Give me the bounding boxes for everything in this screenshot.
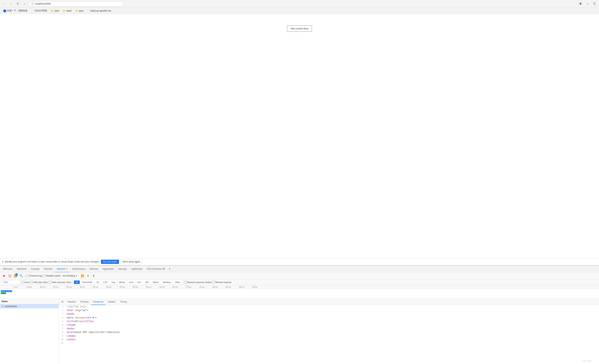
- filter-sep2: [183, 280, 183, 284]
- filter-media[interactable]: Media: [117, 281, 127, 284]
- error-icon: ✕: [1, 305, 4, 308]
- forward-button[interactable]: →: [8, 1, 14, 7]
- disable-cache-checkbox[interactable]: [43, 275, 45, 277]
- preserve-log-checkbox[interactable]: [26, 275, 28, 277]
- bookmark-backup-label: back-up specific ver...: [91, 9, 113, 12]
- hide-data-urls-label[interactable]: Hide data URLs: [30, 281, 48, 283]
- search-button[interactable]: 🔍: [18, 273, 24, 278]
- invert-label[interactable]: Invert: [21, 281, 30, 283]
- tab-network[interactable]: Network ✕: [55, 266, 70, 272]
- code-line: 8<pre>Cannot GET /api/current-time</pre>: [59, 330, 599, 334]
- tab-console[interactable]: Console: [29, 266, 42, 272]
- tab-response[interactable]: Response: [91, 299, 106, 305]
- address-bar[interactable]: ⓘ localhost:8081: [29, 1, 124, 7]
- disable-cache-label[interactable]: Disable cache: [43, 275, 60, 277]
- tab-css-overview[interactable]: CSS Overview ⚗: [145, 266, 167, 272]
- throttle-selector[interactable]: No throttling ▼: [63, 275, 78, 277]
- hide-data-urls-checkbox[interactable]: [30, 281, 33, 283]
- tab-performance[interactable]: Performance: [70, 266, 88, 272]
- separator-2: [62, 274, 62, 278]
- add-tab-button[interactable]: +: [167, 267, 172, 271]
- learn-icon: 📁: [63, 9, 66, 12]
- import-button[interactable]: ⬆: [86, 273, 90, 278]
- home-button[interactable]: ⌂: [22, 1, 27, 7]
- tab-timing[interactable]: Timing: [118, 299, 129, 305]
- filter-other[interactable]: Other: [173, 281, 182, 284]
- hao123-icon: 📄: [31, 9, 34, 12]
- tab-preview[interactable]: Preview: [78, 299, 91, 305]
- tab-lighthouse[interactable]: Lighthouse: [129, 266, 145, 272]
- bookmark-java[interactable]: 📁 java: [74, 9, 85, 13]
- throttle-dropdown-icon: ▼: [75, 275, 77, 277]
- ruler-mark: 55 ms: [146, 285, 151, 289]
- blocked-response-label[interactable]: Blocked response cookies: [185, 281, 212, 283]
- tab-application[interactable]: Application: [100, 266, 116, 272]
- bookmark-backup[interactable]: 📄 back-up specific ver...: [85, 9, 114, 13]
- invert-checkbox[interactable]: [21, 281, 24, 283]
- back-button[interactable]: ←: [1, 1, 7, 7]
- ruler-mark: 90 ms: [239, 285, 244, 289]
- ruler-mark: 45 ms: [120, 285, 125, 289]
- detail-close-button[interactable]: ✕: [60, 299, 65, 304]
- bookmark-work[interactable]: 📁 work: [49, 9, 61, 13]
- network-conditions-button[interactable]: 📶: [80, 273, 85, 278]
- backup-icon: 📄: [87, 9, 90, 12]
- code-line: 6</head>: [59, 323, 599, 327]
- export-button[interactable]: ⬇: [91, 273, 96, 278]
- tab-headers[interactable]: Headers: [65, 299, 78, 305]
- name-panel: Name ✕ current-time: [0, 299, 59, 364]
- blocked-requests-checkbox[interactable]: [212, 281, 215, 283]
- filter-ws[interactable]: WS: [144, 281, 150, 284]
- filter-img[interactable]: Img: [110, 281, 117, 284]
- split-view-button[interactable]: ☷: [591, 1, 598, 7]
- filter-manifest[interactable]: Manifest: [161, 281, 172, 284]
- notification-info-icon: ℹ: [2, 260, 3, 263]
- filter-badge-button[interactable]: 🔽 2: [13, 273, 18, 278]
- tab-initiator[interactable]: Initiator: [106, 299, 118, 305]
- filter-all[interactable]: All: [74, 281, 80, 284]
- bookmark-learn[interactable]: 📁 learn: [61, 9, 73, 13]
- disable-cache-text: Disable cache: [46, 275, 60, 277]
- css-overview-icon: ⚗: [162, 268, 165, 270]
- ruler-mark: 25 ms: [66, 285, 71, 289]
- filter-js[interactable]: JS: [95, 281, 101, 284]
- filter-fetch[interactable]: Fetch/XHR: [80, 281, 94, 284]
- table-row[interactable]: ✕ current-time: [0, 304, 59, 308]
- tab-welcome[interactable]: Welcome: [1, 266, 15, 272]
- response-content[interactable]: 1<!DOCTYPE html>2<html lang="en">3<head>…: [59, 305, 599, 364]
- bookmark-java-label: java: [79, 9, 83, 12]
- blocked-requests-label[interactable]: Blocked requests: [212, 281, 231, 283]
- clear-button[interactable]: 🚫: [7, 273, 12, 278]
- invert-text: Invert: [24, 281, 30, 283]
- separator-3: [79, 274, 79, 278]
- filter-doc[interactable]: Doc: [136, 281, 143, 284]
- filter-input[interactable]: [1, 280, 20, 284]
- get-current-time-button[interactable]: Get current time: [287, 26, 312, 32]
- blocked-response-checkbox[interactable]: [185, 281, 187, 283]
- record-button[interactable]: ⏺: [1, 273, 7, 278]
- set-root-folder-button[interactable]: Set root folder: [101, 260, 119, 264]
- filter-wasm[interactable]: Wasm: [151, 281, 160, 284]
- dont-show-again-button[interactable]: Don't show again: [121, 260, 142, 264]
- hide-ext-urls-text: Hide extension URLs: [52, 281, 71, 283]
- bookmark-hao123[interactable]: 📄 hao123导航: [29, 9, 49, 13]
- tab-elements[interactable]: Elements: [15, 266, 29, 272]
- tab-preview-label: Preview: [80, 300, 88, 303]
- read-aloud-button[interactable]: 🗣: [578, 1, 584, 7]
- hide-ext-urls-checkbox[interactable]: [49, 281, 51, 283]
- timeline-area: 5 ms10 ms15 ms20 ms25 ms30 ms35 ms40 ms4…: [0, 285, 599, 299]
- tab-sources[interactable]: Sources: [42, 266, 55, 272]
- tab-security[interactable]: Security: [116, 266, 129, 272]
- tab-network-close[interactable]: ✕: [66, 268, 68, 270]
- refresh-button[interactable]: ↻: [15, 1, 20, 7]
- ruler-mark: 60 ms: [159, 285, 165, 289]
- hide-ext-urls-label[interactable]: Hide extension URLs: [49, 281, 71, 283]
- code-line: 1<!DOCTYPE html>: [59, 305, 599, 309]
- browser-actions: 🗣 ☆ ☷: [578, 1, 598, 7]
- tab-memory[interactable]: Memory: [88, 266, 100, 272]
- preserve-log-label[interactable]: Preserve log: [26, 275, 42, 277]
- bookmark-baidu[interactable]: 🔵 百度一下，我就知道: [1, 9, 29, 13]
- favorites-button[interactable]: ☆: [585, 1, 591, 7]
- filter-font[interactable]: Font: [127, 281, 135, 284]
- filter-css[interactable]: CSS: [101, 281, 109, 284]
